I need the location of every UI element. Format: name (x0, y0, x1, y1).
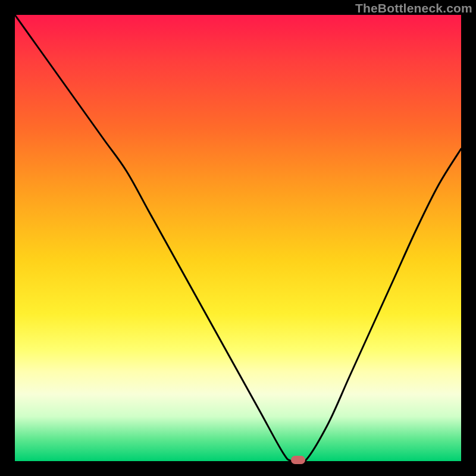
optimal-marker (291, 456, 305, 464)
plot-area (15, 15, 461, 461)
chart-container: TheBottleneck.com (0, 0, 476, 476)
watermark-text: TheBottleneck.com (355, 1, 472, 15)
bottleneck-curve (15, 15, 461, 461)
